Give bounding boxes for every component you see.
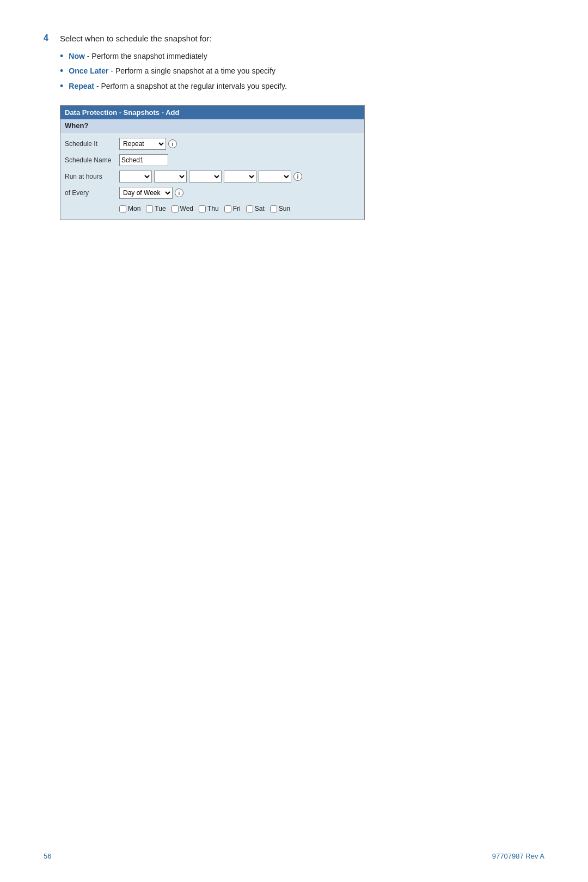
checkbox-tue[interactable]: Tue <box>146 205 166 212</box>
run-hours-select-3[interactable] <box>189 171 222 183</box>
panel-body: Schedule It Now Once Later Repeat i Sche… <box>60 132 364 220</box>
checkbox-wed-input[interactable] <box>171 205 179 212</box>
checkbox-mon-input[interactable] <box>119 205 126 212</box>
checkbox-fri-input[interactable] <box>224 205 231 212</box>
schedule-name-controls <box>119 154 168 166</box>
day-checkboxes-group: Mon Tue Wed Thu Fri Sat <box>119 205 290 212</box>
checkbox-thu[interactable]: Thu <box>199 205 219 212</box>
checkbox-fri[interactable]: Fri <box>224 205 241 212</box>
checkbox-sat-input[interactable] <box>246 205 253 212</box>
bullet-text-1: Now - Perform the snapshot immediately <box>69 51 207 62</box>
bullet-bold-3: Repeat <box>69 82 94 90</box>
schedule-it-label: Schedule It <box>65 140 119 148</box>
schedule-name-label: Schedule Name <box>65 156 119 164</box>
of-every-label: of Every <box>65 189 119 197</box>
bullet-bold-2: Once Later <box>69 66 108 75</box>
bullet-icon: • <box>60 51 63 63</box>
schedule-it-info-icon[interactable]: i <box>168 139 177 148</box>
of-every-info-icon[interactable]: i <box>175 188 183 197</box>
list-item: • Now - Perform the snapshot immediately <box>60 51 446 63</box>
checkbox-sun[interactable]: Sun <box>270 205 290 212</box>
run-hours-select-2[interactable] <box>154 171 187 183</box>
page-content: 4 Select when to schedule the snapshot f… <box>0 0 490 253</box>
bullet-icon: • <box>60 65 63 77</box>
bullet-list: • Now - Perform the snapshot immediately… <box>60 51 446 93</box>
bullet-bold-1: Now <box>69 52 85 60</box>
bullet-text-2: Once Later - Perform a single snapshot a… <box>69 65 275 77</box>
of-every-select[interactable]: Day of Week Day of Month <box>119 187 173 199</box>
list-item: • Repeat - Perform a snapshot at the reg… <box>60 81 446 93</box>
panel-header: Data Protection - Snapshots - Add <box>60 106 364 119</box>
step-text: Select when to schedule the snapshot for… <box>60 33 212 45</box>
of-every-controls: Day of Week Day of Month i <box>119 187 183 199</box>
step-number: 4 <box>44 33 60 43</box>
schedule-it-select[interactable]: Now Once Later Repeat <box>119 138 166 150</box>
run-hours-select-4[interactable] <box>224 171 256 183</box>
schedule-it-row: Schedule It Now Once Later Repeat i <box>60 136 364 152</box>
schedule-name-input[interactable] <box>119 154 168 166</box>
day-checkboxes-row: Mon Tue Wed Thu Fri Sat <box>60 201 364 216</box>
page-footer: 56 97707987 Rev A <box>44 852 544 860</box>
footer-doc-number: 97707987 Rev A <box>492 852 544 860</box>
list-item: • Once Later - Perform a single snapshot… <box>60 65 446 77</box>
panel-subheader: When? <box>60 119 364 132</box>
schedule-it-controls: Now Once Later Repeat i <box>119 138 177 150</box>
checkbox-tue-input[interactable] <box>146 205 153 212</box>
step-4: 4 Select when to schedule the snapshot f… <box>44 33 446 45</box>
checkbox-thu-input[interactable] <box>199 205 206 212</box>
panel: Data Protection - Snapshots - Add When? … <box>60 105 365 220</box>
checkbox-wed[interactable]: Wed <box>171 205 193 212</box>
bullet-icon: • <box>60 81 63 93</box>
footer-page-number: 56 <box>44 852 51 860</box>
checkbox-mon[interactable]: Mon <box>119 205 140 212</box>
run-at-hours-controls: i <box>119 171 302 183</box>
run-at-hours-label: Run at hours <box>65 173 119 180</box>
run-hours-select-1[interactable] <box>119 171 152 183</box>
checkbox-sun-input[interactable] <box>270 205 277 212</box>
of-every-row: of Every Day of Week Day of Month i <box>60 185 364 201</box>
run-at-hours-row: Run at hours i <box>60 168 364 185</box>
schedule-name-row: Schedule Name <box>60 152 364 168</box>
run-hours-select-5[interactable] <box>259 171 291 183</box>
checkbox-sat[interactable]: Sat <box>246 205 265 212</box>
bullet-text-3: Repeat - Perform a snapshot at the regul… <box>69 81 286 92</box>
run-hours-info-icon[interactable]: i <box>293 172 302 181</box>
